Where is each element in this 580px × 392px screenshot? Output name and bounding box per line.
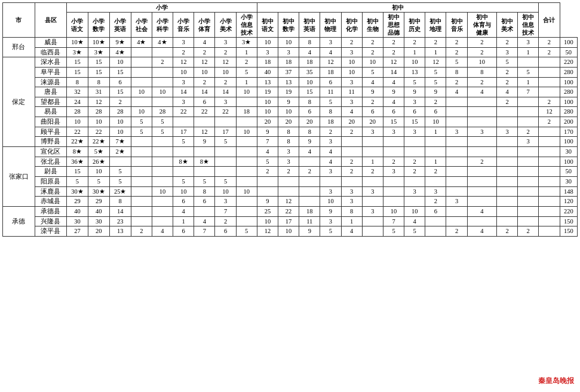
data-cell: 10 bbox=[467, 57, 496, 68]
data-cell bbox=[518, 107, 539, 117]
data-cell: 8 bbox=[278, 137, 299, 147]
data-cell: 5 bbox=[236, 226, 257, 237]
data-cell bbox=[496, 206, 517, 216]
data-cell: 4 bbox=[320, 147, 341, 157]
data-cell bbox=[152, 176, 173, 186]
data-cell: 9 bbox=[194, 137, 215, 147]
data-cell: 4 bbox=[467, 226, 496, 237]
data-cell: 18 bbox=[278, 57, 299, 68]
data-cell bbox=[173, 117, 194, 127]
data-cell: 12 bbox=[278, 197, 299, 207]
data-cell: 6 bbox=[404, 107, 425, 117]
header-middle-group: 初中 bbox=[257, 3, 539, 13]
data-cell: 3 bbox=[446, 197, 467, 207]
data-cell: 20 bbox=[257, 117, 278, 127]
data-cell: 9 bbox=[320, 206, 341, 216]
data-cell: 18 bbox=[299, 57, 320, 68]
data-cell: 3 bbox=[341, 197, 362, 207]
data-cell: 2 bbox=[467, 38, 496, 48]
data-cell: 6 bbox=[173, 197, 194, 207]
data-cell bbox=[518, 186, 539, 197]
data-cell: 18 bbox=[320, 67, 341, 77]
data-cell: 29 bbox=[67, 197, 88, 207]
data-cell bbox=[539, 137, 560, 147]
data-cell bbox=[109, 157, 131, 167]
data-cell: 29 bbox=[88, 197, 109, 207]
data-cell bbox=[425, 216, 446, 226]
data-cell: 5 bbox=[173, 137, 194, 147]
table-row: 张北县36★26★8★8★534212212100 bbox=[3, 157, 578, 167]
h-el-7: 小学体育 bbox=[194, 13, 215, 38]
data-cell bbox=[152, 216, 173, 226]
city-cell: 承德 bbox=[3, 206, 35, 236]
data-cell: 6 bbox=[320, 77, 341, 87]
data-cell: 2 bbox=[299, 167, 320, 177]
data-cell: 20 bbox=[362, 117, 383, 127]
h-el-5: 小学科学 bbox=[152, 13, 173, 38]
data-cell: 6 bbox=[109, 77, 131, 87]
county-cell: 易县 bbox=[35, 107, 67, 117]
data-cell bbox=[467, 107, 496, 117]
data-cell bbox=[383, 176, 404, 186]
data-cell bbox=[518, 97, 539, 107]
data-cell: 20 bbox=[299, 117, 320, 127]
table-row: 顾平县22221055171217109882233313332170 bbox=[3, 127, 578, 137]
data-cell: 18 bbox=[320, 117, 341, 127]
data-cell bbox=[299, 157, 320, 167]
data-cell: 22 bbox=[194, 107, 215, 117]
data-cell bbox=[152, 197, 173, 207]
data-cell: 9 bbox=[425, 87, 446, 97]
data-cell bbox=[539, 226, 560, 237]
data-cell: 9 bbox=[404, 87, 425, 97]
data-cell: 1 bbox=[425, 47, 446, 57]
data-cell: 9 bbox=[278, 97, 299, 107]
data-cell bbox=[446, 97, 467, 107]
data-cell: 2 bbox=[362, 47, 383, 57]
data-cell bbox=[131, 176, 152, 186]
data-cell bbox=[152, 67, 173, 77]
data-cell: 3 bbox=[362, 186, 383, 197]
data-cell: 9 bbox=[362, 87, 383, 97]
data-cell bbox=[383, 186, 404, 197]
data-cell: 3 bbox=[425, 186, 446, 197]
data-cell: 7 bbox=[194, 226, 215, 237]
data-cell: 18 bbox=[236, 107, 257, 117]
data-cell: 4 bbox=[383, 97, 404, 107]
data-cell: 2 bbox=[425, 38, 446, 48]
h-mid-12: 初中美术 bbox=[496, 13, 517, 38]
data-cell: 10 bbox=[257, 38, 278, 48]
data-cell bbox=[236, 147, 257, 157]
data-cell: 12 bbox=[320, 57, 341, 68]
data-cell: 11 bbox=[299, 216, 320, 226]
data-cell: 8 bbox=[299, 38, 320, 48]
data-cell: 10 bbox=[278, 38, 299, 48]
data-cell bbox=[194, 117, 215, 127]
data-cell: 1 bbox=[404, 47, 425, 57]
county-cell: 唐县 bbox=[35, 87, 67, 97]
data-cell: 14 bbox=[215, 87, 236, 97]
data-cell: 15 bbox=[404, 117, 425, 127]
county-cell: 望都县 bbox=[35, 97, 67, 107]
city-cell: 保定 bbox=[3, 57, 35, 147]
data-cell: 4 bbox=[383, 77, 404, 87]
data-cell: 22★ bbox=[67, 137, 88, 147]
table-row: 曲阳县101010552020201820201515102200 bbox=[3, 117, 578, 127]
data-cell bbox=[152, 147, 173, 157]
county-cell: 尉县 bbox=[35, 167, 67, 177]
data-cell: 2 bbox=[215, 77, 236, 87]
data-cell: 10 bbox=[257, 216, 278, 226]
h-mid-11: 初中体育与健康 bbox=[467, 13, 496, 38]
data-cell: 15 bbox=[67, 67, 88, 77]
data-cell: 13 bbox=[257, 77, 278, 87]
data-cell: 6 bbox=[194, 97, 215, 107]
data-cell: 8 bbox=[299, 127, 320, 137]
data-cell: 3 bbox=[467, 127, 496, 137]
data-cell: 10 bbox=[278, 226, 299, 237]
data-cell: 3 bbox=[320, 167, 341, 177]
table-row: 张家口宣化区8★5★2★434430 bbox=[3, 147, 578, 157]
data-cell: 2 bbox=[518, 127, 539, 137]
data-cell bbox=[496, 137, 517, 147]
data-cell: 4 bbox=[446, 87, 467, 97]
data-cell: 8 bbox=[88, 77, 109, 87]
data-cell: 4 bbox=[194, 216, 215, 226]
